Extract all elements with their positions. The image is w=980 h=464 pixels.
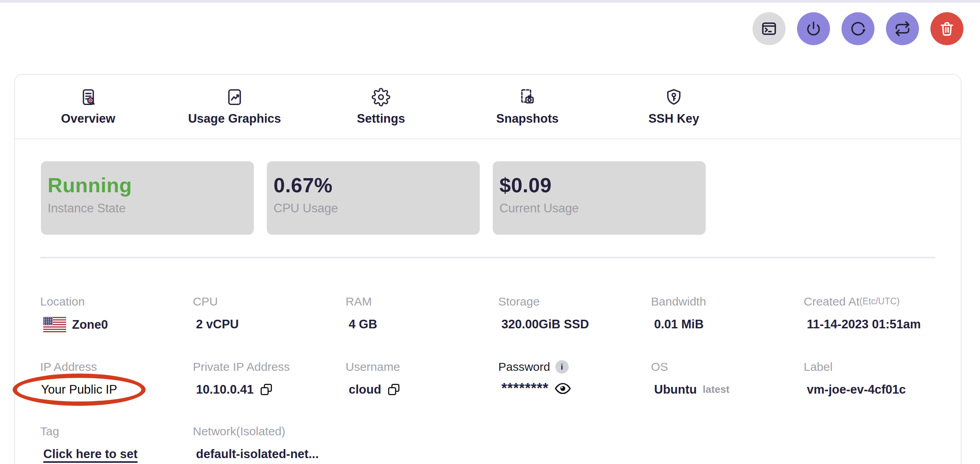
rebuild-button[interactable] <box>886 12 919 45</box>
bandwidth-value: 0.01 MiB <box>654 317 704 331</box>
created-at-value: 11-14-2023 01:51am <box>807 317 921 331</box>
instance-actions-toolbar <box>753 12 963 45</box>
tag-label: Tag <box>40 424 193 438</box>
detail-location: Location Zone0 <box>40 295 193 332</box>
terminal-icon <box>761 20 777 37</box>
stat-current-usage: $0.09 Current Usage <box>493 161 706 235</box>
cpu-value: 2 vCPU <box>196 317 239 331</box>
password-label: Password <box>498 360 550 374</box>
password-value: ******** <box>501 383 549 394</box>
tab-settings[interactable]: Settings <box>308 88 454 126</box>
network-label: Network(Isolated) <box>193 424 346 438</box>
eye-icon <box>555 382 571 395</box>
cpu-label: CPU <box>193 295 346 309</box>
copy-username-button[interactable] <box>387 383 400 396</box>
detail-password: Password i ******** <box>498 360 651 397</box>
gear-icon <box>372 88 390 107</box>
label-label: Label <box>804 360 956 374</box>
console-button[interactable] <box>753 12 786 45</box>
os-version-badge: latest <box>703 383 729 396</box>
created-at-timezone: (Etc/UTC) <box>860 296 900 307</box>
details-row-2: IP Address Private IP Address 10.10.0.41 <box>40 360 961 397</box>
private-ip-value: 10.10.0.41 <box>196 382 254 397</box>
set-tag-link[interactable]: Click here to set <box>43 447 137 461</box>
tab-overview[interactable]: Overview <box>15 88 161 126</box>
detail-label: Label vm-joe-ev-4cf01c <box>804 360 956 397</box>
location-value: Zone0 <box>72 317 108 332</box>
copy-private-ip-button[interactable] <box>260 383 273 396</box>
delete-button[interactable] <box>930 12 963 45</box>
network-value: default-isolated-net... <box>196 447 319 461</box>
os-value: Ubuntu <box>654 382 697 397</box>
tab-snapshots[interactable]: Snapshots <box>454 88 601 126</box>
trash-icon <box>939 20 955 37</box>
us-flag-icon <box>43 317 66 332</box>
detail-private-ip: Private IP Address 10.10.0.41 <box>193 360 346 397</box>
detail-ram: RAM 4 GB <box>346 295 498 332</box>
os-label: OS <box>651 360 804 374</box>
username-label: Username <box>346 360 498 374</box>
power-button[interactable] <box>797 12 830 45</box>
detail-network: Network(Isolated) default-isolated-net..… <box>193 424 346 461</box>
shield-key-icon <box>664 88 683 107</box>
current-usage-value: $0.09 <box>499 174 706 197</box>
label-value: vm-joe-ev-4cf01c <box>807 382 906 397</box>
stat-cpu-usage: 0.67% CPU Usage <box>267 161 480 235</box>
username-value: cloud <box>349 382 381 397</box>
redaction-text: Your Public IP <box>41 383 117 397</box>
redaction-circle-annotation: Your Public IP <box>13 374 146 406</box>
tab-usage-graphics-label: Usage Graphics <box>188 112 281 126</box>
tab-ssh-key[interactable]: SSH Key <box>601 88 747 126</box>
bandwidth-label: Bandwidth <box>651 295 804 309</box>
instance-overview-card: Overview Usage Graphics Settings <box>14 74 962 464</box>
ram-value: 4 GB <box>349 317 377 331</box>
repeat-icon <box>894 20 911 37</box>
storage-label: Storage <box>498 295 651 309</box>
detail-os: OS Ubuntu latest <box>651 360 804 397</box>
copy-icon <box>387 383 400 396</box>
cpu-usage-value: 0.67% <box>274 174 480 197</box>
details-row-1: Location Zone0 CPU 2 vCPU RAM 4 GB Stora… <box>40 295 961 332</box>
show-password-button[interactable] <box>555 382 571 395</box>
instance-details-grid: Location Zone0 CPU 2 vCPU RAM 4 GB Stora… <box>40 295 961 461</box>
copy-icon <box>260 383 273 396</box>
storage-value: 320.00GiB SSD <box>501 317 589 331</box>
instance-state-label: Instance State <box>48 201 254 215</box>
stat-instance-state: Running Instance State <box>41 161 254 235</box>
detail-username: Username cloud <box>346 360 498 397</box>
ram-label: RAM <box>346 295 498 309</box>
ip-address-label: IP Address <box>40 360 193 374</box>
detail-storage: Storage 320.00GiB SSD <box>498 295 651 332</box>
instance-state-value: Running <box>48 174 254 197</box>
stats-row: Running Instance State 0.67% CPU Usage $… <box>41 161 961 235</box>
location-label: Location <box>40 295 193 309</box>
top-bar-strip <box>0 0 980 3</box>
detail-cpu: CPU 2 vCPU <box>193 295 346 332</box>
detail-created-at: Created At(Etc/UTC) 11-14-2023 01:51am <box>804 295 956 332</box>
chart-trend-icon <box>225 88 244 107</box>
current-usage-label: Current Usage <box>499 201 706 215</box>
snapshot-camera-icon <box>518 88 537 107</box>
section-divider <box>40 257 936 258</box>
tab-ssh-key-label: SSH Key <box>648 112 699 126</box>
detail-tag: Tag Click here to set <box>40 424 193 461</box>
tab-settings-label: Settings <box>357 112 405 126</box>
password-info-icon[interactable]: i <box>555 360 569 374</box>
private-ip-label: Private IP Address <box>193 360 346 374</box>
tab-overview-label: Overview <box>61 112 115 126</box>
instance-tabs: Overview Usage Graphics Settings <box>15 75 961 139</box>
tab-snapshots-label: Snapshots <box>496 112 558 126</box>
restart-icon <box>850 20 866 37</box>
tab-usage-graphics[interactable]: Usage Graphics <box>161 88 308 126</box>
power-icon <box>805 20 822 37</box>
restart-button[interactable] <box>841 12 875 45</box>
details-row-3: Tag Click here to set Network(Isolated) … <box>40 424 961 461</box>
detail-bandwidth: Bandwidth 0.01 MiB <box>651 295 804 332</box>
overview-document-icon <box>79 88 98 107</box>
created-at-label: Created At <box>804 295 860 309</box>
cpu-usage-label: CPU Usage <box>274 201 480 215</box>
